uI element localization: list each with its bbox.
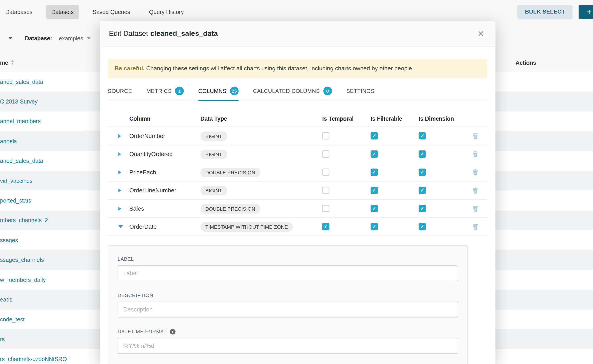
dataset-link[interactable]: aned_sales_data	[0, 158, 43, 164]
chevron-right-icon[interactable]	[119, 134, 121, 138]
data-type-pill: DOUBLE PRECISION	[200, 204, 260, 213]
sort-icon[interactable]	[11, 60, 14, 65]
header-data-type: Data Type	[200, 115, 322, 121]
modal-body: Be careful. Changing these settings will…	[100, 46, 495, 364]
database-filter-select[interactable]: examples	[59, 35, 91, 41]
dataset-link[interactable]: code_test	[0, 316, 25, 323]
trash-icon[interactable]	[473, 169, 478, 175]
nav-databases[interactable]: Databases	[0, 5, 38, 19]
trash-icon[interactable]	[473, 133, 478, 139]
chevron-right-icon[interactable]	[119, 207, 121, 210]
tab-settings[interactable]: SETTINGS	[346, 87, 375, 101]
trash-icon[interactable]	[473, 223, 478, 230]
dataset-link[interactable]: mbers_channels_2	[0, 217, 48, 223]
dataset-link[interactable]: rs	[0, 336, 5, 342]
is-temporal-checkbox[interactable]	[322, 169, 329, 176]
is-dimension-checkbox[interactable]: ✓	[419, 187, 426, 194]
dataset-link[interactable]: eads	[0, 296, 13, 303]
column-name: OrderNumber	[129, 132, 200, 139]
dataset-link[interactable]: annel_members	[0, 118, 41, 124]
trash-icon[interactable]	[473, 151, 478, 157]
is-dimension-checkbox[interactable]: ✓	[419, 150, 426, 158]
column-row: SalesDOUBLE PRECISION✓✓	[108, 200, 488, 218]
dataset-link[interactable]: rs_channels-uzooNNtSRO	[0, 356, 67, 362]
bulk-select-button[interactable]: BULK SELECT	[517, 5, 573, 19]
description-input[interactable]	[118, 302, 458, 317]
column-row: OrderDateTIMESTAMP WITHOUT TIME ZONE✓✓✓	[108, 218, 488, 236]
dataset-link[interactable]: ssages	[0, 237, 18, 243]
header-is-filterable: Is Filterable	[370, 115, 419, 121]
data-type-pill: BIGINT	[200, 150, 227, 159]
header-is-dimension: Is Dimension	[419, 115, 473, 121]
is-dimension-checkbox[interactable]: ✓	[419, 223, 426, 230]
is-temporal-checkbox[interactable]: ✓	[322, 223, 329, 230]
dataset-link[interactable]: w_members_daily	[0, 277, 46, 283]
edit-dataset-modal: Edit Datasetcleaned_sales_data ✕ Be care…	[100, 21, 495, 364]
is-filterable-checkbox[interactable]: ✓	[370, 223, 378, 230]
header-is-temporal: Is Temporal	[322, 115, 371, 121]
add-dataset-button[interactable]: +	[579, 5, 593, 19]
tab-columns[interactable]: COLUMNS25	[198, 87, 239, 101]
columns-table-body: OrderNumberBIGINT✓✓QuantityOrderedBIGINT…	[108, 127, 488, 236]
trash-icon[interactable]	[473, 205, 478, 212]
datetime-format-input[interactable]	[118, 338, 458, 354]
columns-table: Column Data Type Is Temporal Is Filterab…	[108, 110, 488, 364]
nav-query-history[interactable]: Query History	[144, 5, 189, 19]
tab-calculated-columns[interactable]: CALCULATED COLUMNS0	[253, 87, 332, 101]
chevron-right-icon[interactable]	[119, 188, 121, 192]
description-field-label: DESCRIPTION	[118, 292, 458, 298]
chevron-down-icon	[87, 37, 91, 39]
is-temporal-checkbox[interactable]	[322, 132, 329, 140]
label-input[interactable]	[118, 266, 458, 281]
dataset-link[interactable]: vid_vaccines	[0, 177, 33, 184]
column-row: OrderNumberBIGINT✓✓	[108, 127, 488, 145]
columns-table-header-row: Column Data Type Is Temporal Is Filterab…	[108, 110, 488, 127]
nav-saved-queries[interactable]: Saved Queries	[87, 5, 135, 19]
database-filter-label: Database:	[25, 35, 52, 41]
is-filterable-checkbox[interactable]: ✓	[370, 205, 378, 212]
datetime-format-field: DATETIME FORMAT i	[118, 329, 458, 354]
column-editor-panel: LABEL DESCRIPTION DATETIME FORMAT i	[108, 245, 468, 364]
dataset-link[interactable]: ssages_channels	[0, 257, 44, 263]
close-icon[interactable]: ✕	[475, 29, 486, 39]
is-temporal-checkbox[interactable]	[322, 150, 329, 158]
label-field: LABEL	[118, 256, 458, 281]
name-column-header: me	[0, 59, 14, 65]
datetime-format-label: DATETIME FORMAT	[118, 329, 167, 334]
modal-title-dataset-name: cleaned_sales_data	[150, 29, 218, 37]
is-filterable-checkbox[interactable]: ✓	[370, 150, 378, 158]
tab-count-badge: 0	[323, 87, 332, 95]
modal-title-prefix: Edit Dataset	[109, 29, 148, 37]
tab-metrics[interactable]: METRICS1	[146, 87, 184, 101]
chevron-down-icon[interactable]	[119, 225, 123, 228]
info-icon[interactable]: i	[170, 329, 175, 334]
is-dimension-checkbox[interactable]: ✓	[419, 205, 426, 212]
data-type-pill: BIGINT	[200, 186, 227, 195]
tab-count-badge: 25	[230, 87, 239, 95]
column-name: QuantityOrdered	[129, 151, 200, 157]
is-filterable-checkbox[interactable]: ✓	[370, 132, 378, 140]
dataset-link[interactable]: ported_stats	[0, 197, 31, 204]
trash-icon[interactable]	[473, 187, 478, 193]
is-temporal-checkbox[interactable]	[322, 205, 329, 212]
column-row: PriceEachDOUBLE PRECISION✓✓	[108, 163, 488, 181]
data-type-pill: TIMESTAMP WITHOUT TIME ZONE	[200, 222, 293, 232]
chevron-down-icon[interactable]	[8, 37, 12, 39]
nav-datasets[interactable]: Datasets	[46, 5, 79, 19]
chevron-right-icon[interactable]	[119, 152, 121, 156]
dataset-link[interactable]: aned_sales_data	[0, 78, 43, 85]
tab-source[interactable]: SOURCE	[108, 87, 132, 101]
label-field-label: LABEL	[118, 256, 458, 262]
tab-count-badge: 1	[175, 87, 184, 95]
column-name: OrderDate	[129, 223, 200, 230]
dataset-link[interactable]: annels	[0, 138, 17, 144]
name-header-label: me	[0, 59, 8, 65]
column-name: Sales	[129, 205, 200, 212]
is-filterable-checkbox[interactable]: ✓	[370, 187, 378, 194]
is-dimension-checkbox[interactable]: ✓	[419, 169, 426, 176]
dataset-link[interactable]: C 2018 Survey	[0, 98, 38, 105]
is-temporal-checkbox[interactable]	[322, 187, 329, 194]
is-dimension-checkbox[interactable]: ✓	[419, 132, 426, 140]
is-filterable-checkbox[interactable]: ✓	[370, 169, 378, 176]
chevron-right-icon[interactable]	[119, 170, 121, 174]
